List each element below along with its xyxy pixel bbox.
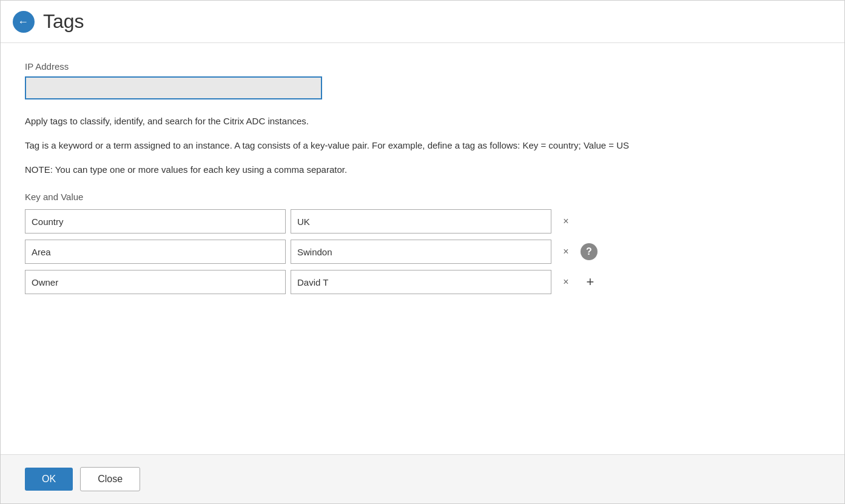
description-text-2: Tag is a keyword or a term assigned to a… xyxy=(25,138,813,153)
kv-remove-1-button[interactable]: × xyxy=(556,212,576,231)
kv-value-3[interactable] xyxy=(291,270,551,294)
kv-row-3: × + xyxy=(25,270,820,294)
dialog-footer: OK Close xyxy=(1,454,844,503)
ip-address-input[interactable] xyxy=(25,76,322,99)
ok-button[interactable]: OK xyxy=(25,468,73,491)
question-mark-icon: ? xyxy=(586,246,592,257)
close-button[interactable]: Close xyxy=(80,467,140,491)
kv-key-2[interactable] xyxy=(25,240,286,264)
key-value-label: Key and Value xyxy=(25,192,820,202)
back-arrow-icon: ← xyxy=(18,16,29,27)
ip-address-label: IP Address xyxy=(25,61,820,72)
kv-remove-2-button[interactable]: × xyxy=(556,242,576,261)
kv-add-button[interactable]: + xyxy=(581,272,600,292)
help-button[interactable]: ? xyxy=(581,243,598,260)
plus-icon: + xyxy=(587,274,594,290)
description-text-1: Apply tags to classify, identify, and se… xyxy=(25,114,813,129)
kv-value-1[interactable] xyxy=(291,209,551,234)
kv-row-2: × ? xyxy=(25,240,820,264)
close-icon: × xyxy=(563,277,568,287)
key-value-rows: × × ? × xyxy=(25,209,820,294)
kv-key-3[interactable] xyxy=(25,270,286,294)
kv-row-1: × xyxy=(25,209,820,234)
kv-value-2[interactable] xyxy=(291,240,551,264)
close-icon: × xyxy=(563,246,568,257)
back-button[interactable]: ← xyxy=(13,11,35,33)
dialog-body: IP Address Apply tags to classify, ident… xyxy=(1,43,844,454)
kv-remove-3-button[interactable]: × xyxy=(556,272,576,292)
page-title: Tags xyxy=(43,10,84,33)
note-text: NOTE: You can type one or more values fo… xyxy=(25,163,813,177)
close-icon: × xyxy=(563,216,568,227)
kv-key-1[interactable] xyxy=(25,209,286,234)
dialog-header: ← Tags xyxy=(1,1,844,43)
tags-dialog: ← Tags IP Address Apply tags to classify… xyxy=(0,0,845,504)
